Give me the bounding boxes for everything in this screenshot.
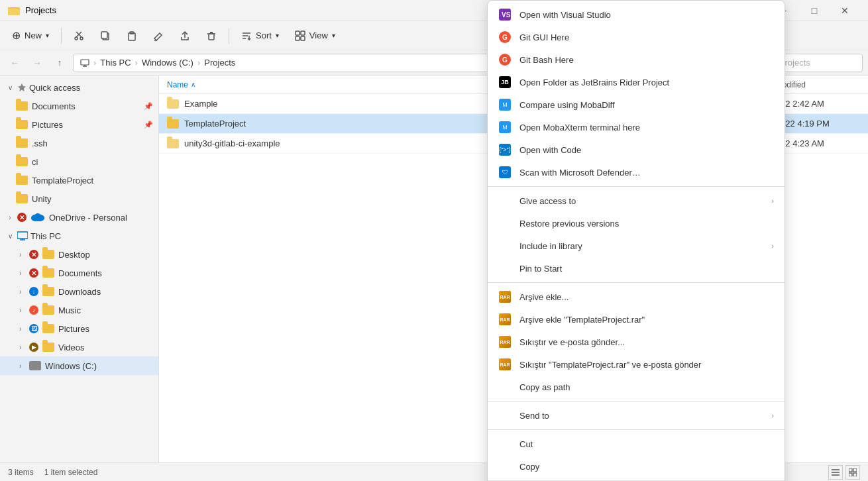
compress-mail-1-icon: RAR — [498, 335, 512, 348]
ctx-item-give-access[interactable]: Give access to › — [488, 189, 785, 212]
context-menu: VS Open with Visual Studio G Git GUI Her… — [487, 0, 785, 481]
templateproject-row-folder-icon — [167, 119, 179, 129]
ctx-open-vs-label: Open with Visual Studio — [519, 10, 611, 20]
ctx-item-mobadiff[interactable]: M Compare using MobaDiff — [488, 93, 785, 116]
copy-button[interactable] — [93, 25, 117, 47]
ssh-folder-icon — [16, 138, 28, 148]
pictures-pc-label: Pictures — [58, 324, 89, 334]
sidebar-item-ci[interactable]: ci — [0, 152, 158, 171]
onedrive-error-icon: ✕ — [17, 213, 27, 222]
ctx-item-restore[interactable]: Restore previous versions — [488, 212, 785, 235]
sidebar-item-unity-quick[interactable]: Unity — [0, 189, 158, 208]
view-icon — [295, 30, 305, 41]
ctx-item-pin-start[interactable]: Pin to Start — [488, 257, 785, 280]
defender-icon: 🛡 — [498, 166, 512, 179]
forward-button[interactable]: → — [28, 54, 46, 72]
title-bar-left: Projects — [8, 5, 56, 17]
sidebar-ci-label: ci — [32, 157, 38, 167]
sidebar-item-videos[interactable]: › ▶ Videos — [0, 338, 158, 356]
sidebar: ∨ Quick access Documents 📌 Pictures 📌 .s… — [0, 76, 159, 462]
quick-access-icon — [17, 83, 27, 92]
ctx-item-defender[interactable]: 🛡 Scan with Microsoft Defender… — [488, 161, 785, 184]
ctx-compress-mail-2-label: Sıkıştır "TemplateProject.rar" ve e-post… — [519, 360, 701, 370]
ctx-git-bash-label: Git Bash Here — [519, 55, 574, 65]
copy-ctx-icon — [498, 460, 512, 473]
svg-rect-18 — [296, 31, 299, 35]
mobaxterm-icon: M — [498, 121, 512, 134]
this-pc-sidebar-icon — [17, 231, 28, 240]
ctx-item-git-bash[interactable]: G Git Bash Here — [488, 48, 785, 71]
sidebar-item-pictures-pc[interactable]: › 🖼 Pictures — [0, 319, 158, 338]
svg-rect-38 — [853, 468, 857, 472]
ctx-item-send-to[interactable]: Send to › — [488, 404, 785, 427]
desktop-error-icon: ✕ — [29, 250, 38, 259]
unity3d-name-label: unity3d-gitlab-ci-example — [184, 138, 280, 148]
close-button[interactable]: ✕ — [830, 0, 860, 21]
ctx-sep-4 — [488, 429, 785, 430]
music-badge-icon: ♪ — [29, 305, 38, 315]
ctx-item-open-vs[interactable]: VS Open with Visual Studio — [488, 3, 785, 26]
sidebar-item-windows-c[interactable]: › Windows (C:) — [0, 356, 158, 375]
quick-access-label: Quick access — [29, 83, 80, 93]
svg-rect-12 — [209, 34, 214, 40]
ctx-item-compress-mail-1[interactable]: RAR Sıkıştır ve e-posta gönder... — [488, 331, 785, 353]
documents-pc-label: Documents — [58, 268, 102, 278]
sidebar-item-downloads[interactable]: › ↓ Downloads — [0, 282, 158, 301]
ctx-item-jetbrains[interactable]: JB Open Folder as JetBrains Rider Projec… — [488, 71, 785, 93]
sidebar-item-templateproject-quick[interactable]: TemplateProject — [0, 171, 158, 189]
svg-rect-21 — [301, 36, 305, 40]
sidebar-item-desktop[interactable]: › ✕ Desktop — [0, 245, 158, 264]
restore-icon — [498, 217, 512, 230]
ctx-jetbrains-label: Open Folder as JetBrains Rider Project — [519, 78, 669, 87]
svg-rect-22 — [81, 60, 89, 65]
send-to-arrow-icon: › — [771, 411, 774, 419]
grid-view-button[interactable] — [845, 465, 860, 480]
delete-button[interactable] — [199, 25, 223, 47]
pin-start-icon — [498, 262, 512, 275]
toolbar-separator-1 — [61, 28, 62, 44]
up-button[interactable]: ↑ — [50, 54, 69, 72]
sort-arrow-icon: ∧ — [191, 81, 195, 88]
svg-rect-2 — [8, 9, 20, 15]
ctx-item-vscode[interactable]: {">"} Open with Code — [488, 138, 785, 161]
sort-dropdown-icon: ▾ — [276, 32, 279, 39]
sidebar-item-documents-pc[interactable]: › ✕ Documents — [0, 264, 158, 282]
ctx-item-mobaxterm[interactable]: M Open MobaXterm terminal here — [488, 116, 785, 138]
ctx-item-cut[interactable]: Cut — [488, 433, 785, 455]
sidebar-this-pc-header[interactable]: ∨ This PC — [0, 227, 158, 245]
ctx-give-access-label: Give access to — [519, 196, 576, 206]
sort-button[interactable]: Sort ▾ — [235, 25, 286, 47]
sidebar-item-music[interactable]: › ♪ Music — [0, 301, 158, 319]
ctx-item-archive-1[interactable]: RAR Arşive ekle... — [488, 286, 785, 308]
onedrive-cloud-icon — [30, 213, 45, 222]
maximize-button[interactable]: □ — [799, 0, 830, 21]
desktop-label: Desktop — [58, 250, 90, 260]
templateproject-name-label: TemplateProject — [184, 119, 246, 129]
onedrive-label: OneDrive - Personal — [49, 213, 127, 223]
view-dropdown-icon: ▾ — [332, 32, 335, 39]
quick-access-header[interactable]: ∨ Quick access — [0, 78, 158, 97]
archive-1-icon: RAR — [498, 290, 512, 303]
back-button[interactable]: ← — [5, 54, 24, 72]
cut-button[interactable] — [67, 25, 91, 47]
videos-expand-icon: › — [16, 344, 25, 351]
ctx-item-library[interactable]: Include in library › — [488, 235, 785, 257]
view-button[interactable]: View ▾ — [288, 25, 342, 47]
paste-button[interactable] — [120, 25, 144, 47]
sidebar-onedrive[interactable]: › ✕ OneDrive - Personal — [0, 208, 158, 227]
rename-button[interactable] — [146, 25, 170, 47]
ctx-item-git-gui[interactable]: G Git GUI Here — [488, 26, 785, 48]
sidebar-item-pictures-quick[interactable]: Pictures 📌 — [0, 115, 158, 134]
ctx-item-compress-mail-2[interactable]: RAR Sıkıştır "TemplateProject.rar" ve e-… — [488, 353, 785, 376]
sidebar-item-ssh[interactable]: .ssh — [0, 134, 158, 152]
paste-icon — [127, 30, 137, 41]
share-button[interactable] — [173, 25, 197, 47]
ctx-item-copy[interactable]: Copy — [488, 455, 785, 478]
ctx-item-copy-path[interactable]: Copy as path — [488, 376, 785, 398]
list-view-button[interactable] — [828, 465, 843, 480]
ctx-item-archive-2[interactable]: RAR Arşive ekle "TemplateProject.rar" — [488, 308, 785, 331]
sidebar-item-documents-quick[interactable]: Documents 📌 — [0, 97, 158, 115]
address-separator-3: › — [197, 58, 200, 68]
new-button[interactable]: ⊕ New ▾ — [5, 25, 56, 47]
col-name-label: Name — [167, 80, 188, 89]
